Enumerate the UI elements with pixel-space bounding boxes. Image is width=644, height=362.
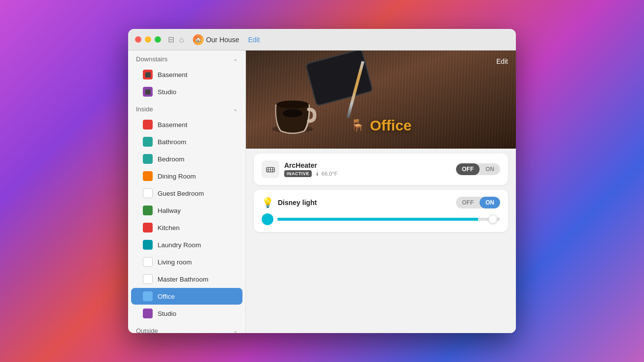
studio-in-icon — [143, 309, 153, 318]
close-button[interactable] — [135, 36, 141, 43]
archeater-icon — [262, 160, 279, 178]
section-outside[interactable]: Outside ⌄ — [128, 322, 245, 333]
detail-panel: 🪑 Office Edit — [246, 51, 516, 333]
section-downstairs[interactable]: Downstairs ⌄ — [128, 51, 245, 66]
sidebar-item-basement-in[interactable]: Basement — [131, 116, 242, 133]
sidebar-item-guest-bedroom[interactable]: Guest Bedroom — [131, 185, 242, 202]
sidebar-item-laundry-room[interactable]: Laundry Room — [131, 236, 242, 253]
sidebar-item-label: Bathroom — [158, 138, 187, 146]
sidebar: Downstairs ⌄ ⬛ Basement ⬛ Studio Inside … — [128, 51, 246, 333]
bedroom-icon — [143, 154, 153, 164]
sidebar-item-label: Office — [158, 293, 175, 300]
svg-point-2 — [283, 109, 302, 117]
disney-light-left: 💡 Disney light — [262, 197, 317, 208]
chevron-down-icon: ⌄ — [233, 106, 238, 112]
sidebar-item-label: Master Bathroom — [158, 276, 209, 283]
room-title-overlay: 🪑 Office — [350, 117, 411, 134]
archeater-temp: 🌡 66.0°F — [315, 171, 338, 177]
office-icon — [143, 291, 153, 301]
house-edit-button[interactable]: Edit — [248, 36, 260, 44]
sidebar-item-studio-in[interactable]: Studio — [131, 305, 242, 322]
traffic-lights — [135, 36, 161, 43]
main-window: ⊟ ⌂ 🏠 Our House Edit Downstairs ⌄ ⬛ Base… — [128, 29, 516, 333]
room-header-background — [246, 51, 516, 149]
home-icon[interactable]: ⌂ — [179, 35, 184, 44]
disney-light-slider-thumb[interactable] — [488, 215, 497, 224]
sidebar-item-bedroom[interactable]: Bedroom — [131, 151, 242, 167]
sidebar-item-dining-room[interactable]: Dining Room — [131, 168, 242, 184]
sidebar-item-label: Dining Room — [158, 173, 196, 180]
sidebar-item-hallway[interactable]: Hallway — [131, 202, 242, 219]
sidebar-item-kitchen[interactable]: Kitchen — [131, 219, 242, 236]
archeater-toggle[interactable]: OFF ON — [456, 163, 500, 175]
disney-light-color-dot — [262, 213, 273, 225]
laundry-room-icon — [143, 240, 153, 250]
sidebar-item-office[interactable]: Office — [131, 288, 242, 305]
archeater-status-badge: INACTIVE — [284, 170, 312, 177]
titlebar: ⊟ ⌂ 🏠 Our House Edit — [128, 29, 516, 51]
kitchen-icon — [143, 223, 153, 233]
archeater-status-row: INACTIVE 🌡 66.0°F — [284, 170, 338, 177]
guest-bedroom-icon — [143, 188, 153, 198]
disney-light-toggle[interactable]: OFF ON — [456, 197, 500, 208]
disney-light-card: 💡 Disney light OFF ON — [254, 190, 508, 232]
sidebar-item-studio-down[interactable]: ⬛ Studio — [131, 83, 242, 100]
house-name: Our House — [206, 36, 240, 44]
sidebar-item-master-bathroom[interactable]: Master Bathroom — [131, 271, 242, 287]
chevron-down-icon: ⌄ — [233, 56, 238, 62]
main-content: Downstairs ⌄ ⬛ Basement ⬛ Studio Inside … — [128, 51, 516, 333]
disney-light-off-button[interactable]: OFF — [456, 197, 480, 208]
disney-light-brightness-slider[interactable] — [277, 218, 500, 221]
archeater-on-button[interactable]: ON — [480, 163, 500, 175]
coffee-cup-decoration — [266, 85, 320, 139]
disney-light-row: 💡 Disney light OFF ON — [262, 197, 500, 208]
bathroom-icon — [143, 137, 153, 147]
disney-light-slider-row — [262, 213, 500, 225]
sidebar-item-bathroom[interactable]: Bathroom — [131, 133, 242, 150]
chevron-down-icon: ⌄ — [233, 328, 238, 333]
sidebar-item-label: Living room — [158, 259, 192, 266]
sidebar-item-label: Basement — [158, 71, 188, 78]
sidebar-item-label: Bedroom — [158, 155, 185, 163]
titlebar-nav: ⊟ ⌂ 🏠 Our House Edit — [168, 34, 260, 45]
sidebar-item-label: Kitchen — [158, 224, 180, 232]
room-header: 🪑 Office Edit — [246, 51, 516, 149]
house-icon: 🏠 — [193, 34, 204, 45]
archeater-card: ArcHeater INACTIVE 🌡 66.0°F OFF ON — [254, 154, 508, 185]
room-title-icon: 🪑 — [350, 119, 365, 132]
section-inside-label: Inside — [136, 105, 153, 113]
svg-point-1 — [276, 101, 309, 108]
room-title: Office — [370, 117, 411, 134]
disney-light-icon: 💡 — [262, 197, 274, 208]
studio-down-icon: ⬛ — [143, 87, 153, 97]
master-bathroom-icon — [143, 274, 153, 284]
section-inside[interactable]: Inside ⌄ — [128, 101, 245, 116]
section-outside-label: Outside — [136, 327, 158, 333]
sidebar-item-basement-down[interactable]: ⬛ Basement — [131, 66, 242, 83]
dining-room-icon — [143, 171, 153, 181]
sidebar-item-living-room[interactable]: Living room — [131, 254, 242, 270]
archeater-row: ArcHeater INACTIVE 🌡 66.0°F OFF ON — [262, 160, 500, 178]
sidebar-toggle-icon[interactable]: ⊟ — [168, 35, 174, 44]
archeater-left: ArcHeater INACTIVE 🌡 66.0°F — [262, 160, 338, 178]
maximize-button[interactable] — [155, 36, 161, 43]
sidebar-item-label: Studio — [158, 310, 176, 317]
living-room-icon — [143, 257, 153, 267]
sidebar-item-label: Guest Bedroom — [158, 190, 204, 197]
disney-light-on-button[interactable]: ON — [480, 197, 500, 208]
section-downstairs-label: Downstairs — [136, 55, 167, 63]
basement-down-icon: ⬛ — [143, 70, 153, 79]
tablet-decoration — [305, 51, 373, 106]
sidebar-item-label: Hallway — [158, 207, 181, 214]
minimize-button[interactable] — [145, 36, 151, 43]
disney-light-name: Disney light — [278, 199, 317, 207]
basement-in-icon — [143, 120, 153, 129]
sidebar-item-label: Laundry Room — [158, 241, 201, 249]
sidebar-item-label: Studio — [158, 88, 176, 96]
hallway-icon — [143, 206, 153, 215]
sidebar-item-label: Basement — [158, 121, 188, 129]
devices-section: ArcHeater INACTIVE 🌡 66.0°F OFF ON — [246, 149, 516, 237]
archeater-off-button[interactable]: OFF — [456, 163, 480, 175]
archeater-name: ArcHeater — [284, 161, 338, 169]
room-edit-button[interactable]: Edit — [496, 57, 508, 65]
